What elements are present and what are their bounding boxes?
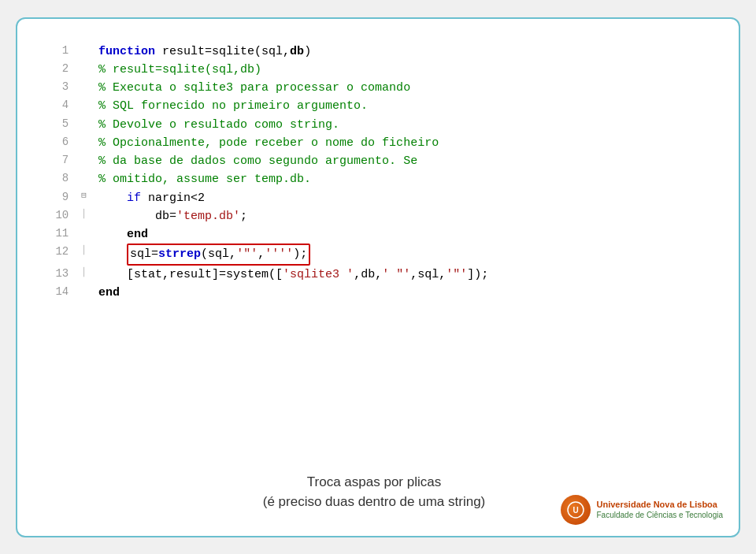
table-row: 4 % SQL fornecido no primeiro argumento. xyxy=(41,97,707,115)
table-row: 8 % omitido, assume ser temp.db. xyxy=(41,170,707,188)
faculty-name: Faculdade de Ciências e Tecnologia xyxy=(597,510,723,520)
fold-gutter xyxy=(81,116,98,134)
table-row: 14 end xyxy=(41,284,707,302)
code-line: % Devolve o resultado como string. xyxy=(98,116,707,134)
fold-gutter: │ xyxy=(81,207,98,225)
code-line: % Opcionalmente, pode receber o nome do … xyxy=(98,134,707,152)
fold-gutter: │ xyxy=(81,244,98,265)
line-number: 10 xyxy=(41,207,81,225)
fold-gutter xyxy=(81,79,98,97)
code-line: function result=sqlite(sql,db) xyxy=(98,43,707,61)
code-line: % Executa o sqlite3 para processar o com… xyxy=(98,79,707,97)
code-line: % result=sqlite(sql,db) xyxy=(98,61,707,79)
table-row: 10 │ db='temp.db'; xyxy=(41,207,707,225)
line-number: 7 xyxy=(41,152,81,170)
code-table: 1 function result=sqlite(sql,db) 2 % res… xyxy=(41,43,707,303)
logo-icon: U xyxy=(561,495,591,525)
code-line: % omitido, assume ser temp.db. xyxy=(98,170,707,188)
line-number: 1 xyxy=(41,43,81,61)
fold-gutter xyxy=(81,134,98,152)
svg-text:U: U xyxy=(573,506,578,515)
highlight-box: sql=strrep(sql,'"',''''); xyxy=(127,244,310,265)
line-number: 8 xyxy=(41,170,81,188)
table-row: 13 │ [stat,result]=system(['sqlite3 ',db… xyxy=(41,266,707,284)
code-line: db='temp.db'; xyxy=(98,207,707,225)
fold-gutter xyxy=(81,284,98,302)
table-row: 11 end xyxy=(41,225,707,244)
fold-gutter xyxy=(81,43,98,61)
table-row: 12 │ sql=strrep(sql,'"',''''); xyxy=(41,244,707,265)
line-number: 2 xyxy=(41,61,81,79)
table-row: 6 % Opcionalmente, pode receber o nome d… xyxy=(41,134,707,152)
line-number: 14 xyxy=(41,284,81,302)
line-number: 5 xyxy=(41,116,81,134)
fold-gutter: ⊟ xyxy=(81,189,98,207)
code-line: end xyxy=(98,284,707,302)
code-block: 1 function result=sqlite(sql,db) 2 % res… xyxy=(41,43,707,450)
table-row: 3 % Executa o sqlite3 para processar o c… xyxy=(41,79,707,97)
logo-text-block: Universidade Nova de Lisboa Faculdade de… xyxy=(597,499,723,520)
code-line: if nargin<2 xyxy=(98,189,707,207)
table-row: 2 % result=sqlite(sql,db) xyxy=(41,61,707,79)
line-number: 4 xyxy=(41,97,81,115)
university-name: Universidade Nova de Lisboa xyxy=(597,499,723,510)
line-number: 9 xyxy=(41,189,81,207)
table-row: 5 % Devolve o resultado como string. xyxy=(41,116,707,134)
line-number: 3 xyxy=(41,79,81,97)
fold-gutter xyxy=(81,152,98,170)
caption-line1: Troca aspas por plicas xyxy=(41,472,707,493)
fold-gutter xyxy=(81,61,98,79)
line-number: 6 xyxy=(41,134,81,152)
table-row: 1 function result=sqlite(sql,db) xyxy=(41,43,707,61)
code-line: [stat,result]=system(['sqlite3 ',db,' "'… xyxy=(98,266,707,284)
fold-gutter: │ xyxy=(81,266,98,284)
fold-gutter xyxy=(81,170,98,188)
university-logo: U Universidade Nova de Lisboa Faculdade … xyxy=(561,495,723,525)
logo-svg: U xyxy=(567,501,584,519)
fold-gutter xyxy=(81,97,98,115)
code-line: end xyxy=(98,225,707,244)
table-row: 9 ⊟ if nargin<2 xyxy=(41,189,707,207)
code-line: % da base de dados como segundo argument… xyxy=(98,152,707,170)
line-number: 12 xyxy=(41,244,81,265)
code-line: sql=strrep(sql,'"',''''); xyxy=(98,244,707,265)
code-line: % SQL fornecido no primeiro argumento. xyxy=(98,97,707,115)
line-number: 13 xyxy=(41,266,81,284)
slide-container: 1 function result=sqlite(sql,db) 2 % res… xyxy=(16,17,740,537)
fold-gutter xyxy=(81,225,98,244)
line-number: 11 xyxy=(41,225,81,244)
table-row: 7 % da base de dados como segundo argume… xyxy=(41,152,707,170)
